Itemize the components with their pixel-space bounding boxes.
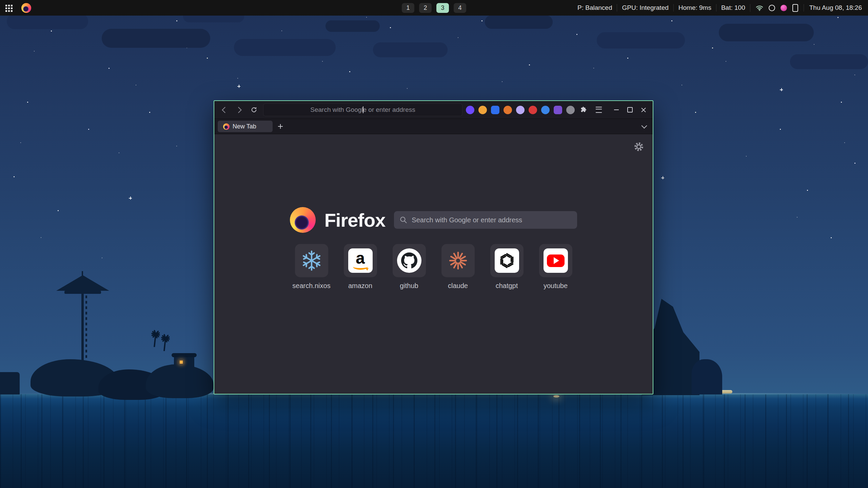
gpu-module[interactable]: GPU: Integrated <box>617 4 673 12</box>
cliff-silhouette-right-small <box>692 359 722 394</box>
clock[interactable]: Thu Aug 08, 18:26 <box>804 4 863 12</box>
amazon-icon: a <box>348 248 373 273</box>
claude-starburst-icon <box>448 250 468 271</box>
workspace-1[interactable]: 1 <box>402 3 414 13</box>
watchtower-mast <box>82 271 83 281</box>
boat-light <box>553 395 559 398</box>
workspace-switcher: 1 2 3 4 <box>402 0 466 16</box>
ring-icon[interactable] <box>769 5 775 11</box>
firefox-favicon <box>223 123 230 130</box>
chatgpt-icon <box>495 248 519 273</box>
extension-icon-lilac[interactable] <box>516 106 525 114</box>
extension-icon-skyblue[interactable] <box>541 106 550 114</box>
nixos-snowflake-icon <box>301 250 322 271</box>
extension-icon-red[interactable] <box>529 106 537 114</box>
workspace-4[interactable]: 4 <box>454 3 466 13</box>
newtab-search <box>394 211 577 229</box>
firefox-logo <box>290 207 316 233</box>
twinkle-star <box>780 88 783 91</box>
shortcut-chatgpt[interactable]: chatgpt <box>490 244 524 290</box>
extension-icon-purple[interactable] <box>466 106 474 114</box>
extensions-button[interactable] <box>578 104 590 116</box>
menu-button[interactable] <box>593 104 605 116</box>
search-input[interactable] <box>394 211 577 229</box>
new-tab-button[interactable] <box>275 121 285 131</box>
search-icon <box>399 216 408 224</box>
extension-icon-amber[interactable] <box>478 106 487 114</box>
firefox-taskbar-icon[interactable] <box>21 3 31 13</box>
battery-module[interactable]: Bat: 100 <box>716 4 750 12</box>
firefox-window: Search with Google or enter address <box>214 100 653 394</box>
close-button[interactable] <box>640 107 647 113</box>
cloud <box>597 32 685 48</box>
top-bar: 1 2 3 4 P: Balanced GPU: Integrated Home… <box>0 0 868 16</box>
reload-button[interactable] <box>248 104 260 116</box>
cloud <box>719 24 814 41</box>
list-all-tabs-button[interactable] <box>639 121 649 131</box>
hut-window-light <box>180 361 183 364</box>
workspace-3-active[interactable]: 3 <box>436 3 449 13</box>
tab-new-tab[interactable]: New Tab <box>218 121 273 132</box>
tile-label: github <box>400 282 418 290</box>
app-launcher-button[interactable] <box>5 4 15 12</box>
system-tray <box>750 4 804 12</box>
navigation-toolbar: Search with Google or enter address <box>214 101 653 119</box>
shortcut-youtube[interactable]: youtube <box>539 244 572 290</box>
maximize-button[interactable] <box>627 107 633 113</box>
cloud <box>7 14 88 29</box>
twinkle-star <box>129 197 132 200</box>
power-profile-module[interactable]: P: Balanced <box>573 4 617 12</box>
wifi-icon[interactable] <box>756 5 763 11</box>
reload-icon <box>251 106 257 113</box>
shortcut-amazon[interactable]: a amazon <box>344 244 377 290</box>
cloud <box>326 20 380 32</box>
extension-icon-violet[interactable] <box>554 106 562 114</box>
new-tab-page: Firefox <box>214 134 653 394</box>
text-caret <box>363 106 363 113</box>
extension-icon-orange[interactable] <box>504 106 512 114</box>
tile-label: youtube <box>544 282 568 290</box>
tile-label: amazon <box>348 282 372 290</box>
maximize-icon <box>627 107 633 113</box>
shortcut-search-nixos[interactable]: search.nixos <box>295 244 328 290</box>
back-icon <box>222 107 228 113</box>
personalize-button[interactable] <box>634 142 644 153</box>
tile <box>393 244 426 277</box>
extension-toolbar <box>466 106 575 114</box>
minimize-icon <box>614 109 619 110</box>
shortcut-claude[interactable]: claude <box>441 244 475 290</box>
forward-button[interactable] <box>233 104 245 116</box>
ocean <box>0 394 868 488</box>
extension-icon-grey[interactable] <box>566 106 575 114</box>
gear-icon <box>634 142 644 152</box>
youtube-icon <box>544 248 568 273</box>
device-icon[interactable] <box>792 4 798 12</box>
pier <box>0 372 20 394</box>
watchtower-platform <box>64 291 101 294</box>
shortcut-github[interactable]: github <box>393 244 426 290</box>
url-bar[interactable]: Search with Google or enter address <box>263 103 462 116</box>
latency-module[interactable]: Home: 9ms <box>673 4 716 12</box>
hut-roof <box>172 353 197 357</box>
tile-label: claude <box>448 282 468 290</box>
forward-icon <box>235 107 241 113</box>
minimize-button[interactable] <box>613 107 619 113</box>
tile <box>441 244 475 277</box>
tile-label: chatgpt <box>496 282 518 290</box>
newtab-hero: Firefox <box>214 134 653 233</box>
cloud <box>234 39 336 56</box>
extension-icon-blue[interactable] <box>491 106 499 114</box>
tile <box>490 244 524 277</box>
close-icon <box>641 107 646 112</box>
back-button[interactable] <box>218 104 230 116</box>
github-icon <box>397 248 421 273</box>
desktop: 1 2 3 4 P: Balanced GPU: Integrated Home… <box>0 0 868 488</box>
app-grid-icon <box>5 5 7 6</box>
tile <box>295 244 328 277</box>
color-profile-icon[interactable] <box>781 5 787 11</box>
workspace-2[interactable]: 2 <box>419 3 432 13</box>
tab-bar: New Tab <box>214 119 653 134</box>
tile-label: search.nixos <box>292 282 330 290</box>
twinkle-star <box>237 85 240 88</box>
puzzle-icon <box>580 106 588 114</box>
